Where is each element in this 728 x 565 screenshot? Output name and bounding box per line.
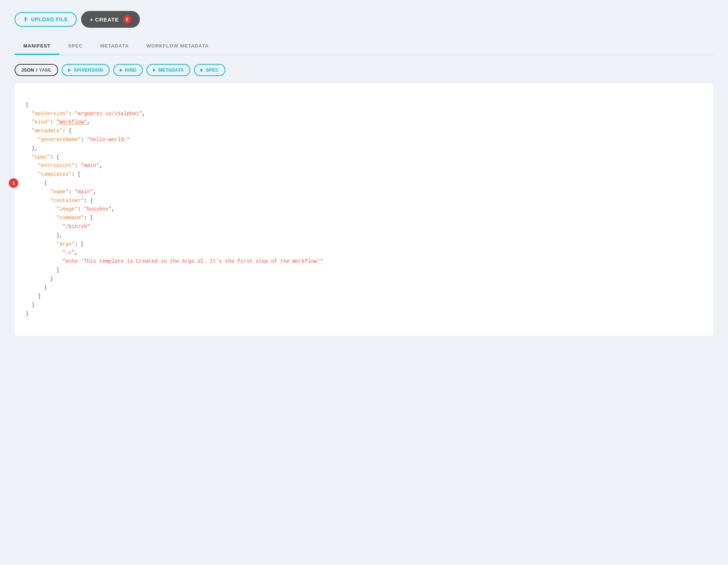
create-label: + CREATE	[90, 16, 119, 23]
pill-metadata-label: METADATA	[158, 67, 184, 73]
tab-metadata[interactable]: METADATA	[91, 39, 137, 55]
yaml-label: YAML	[39, 67, 52, 73]
code-content: { "apiVersion": "argoproj.io/v1alpha1", …	[26, 92, 702, 327]
upload-file-button[interactable]: ⬆ UPLOAD FILE	[15, 12, 77, 27]
pill-apiversion-label: APIVERSION	[73, 67, 103, 73]
arrow-icon	[153, 68, 156, 72]
upload-icon: ⬆	[23, 16, 28, 22]
pill-spec-label: SPEC	[206, 67, 218, 73]
upload-label: UPLOAD FILE	[31, 16, 68, 22]
line-error-badge: 1	[9, 178, 18, 188]
filter-pills: JSON/YAML APIVERSION KIND METADATA SPEC	[15, 64, 713, 76]
toolbar: ⬆ UPLOAD FILE + CREATE 2	[15, 11, 713, 28]
create-button[interactable]: + CREATE 2	[81, 11, 140, 28]
create-badge: 2	[123, 15, 131, 23]
pill-json-yaml[interactable]: JSON/YAML	[15, 64, 58, 76]
arrow-icon	[68, 68, 71, 72]
arrow-icon	[201, 68, 203, 72]
main-tabs: MANIFEST SPEC METADATA WORKFLOW METADATA	[15, 39, 713, 55]
pill-kind-label: KIND	[125, 67, 137, 73]
tab-manifest[interactable]: MANIFEST	[15, 39, 60, 55]
pill-kind[interactable]: KIND	[113, 64, 143, 76]
json-label: JSON	[21, 67, 34, 73]
tab-workflow-metadata[interactable]: WORKFLOW METADATA	[138, 39, 218, 55]
slash: /	[36, 67, 37, 73]
code-editor[interactable]: 1 { "apiVersion": "argoproj.io/v1alpha1"…	[15, 83, 713, 336]
pill-metadata[interactable]: METADATA	[146, 64, 190, 76]
tab-spec[interactable]: SPEC	[60, 39, 92, 55]
pill-spec[interactable]: SPEC	[194, 64, 225, 76]
pill-apiversion[interactable]: APIVERSION	[62, 64, 109, 76]
arrow-icon	[120, 68, 122, 72]
